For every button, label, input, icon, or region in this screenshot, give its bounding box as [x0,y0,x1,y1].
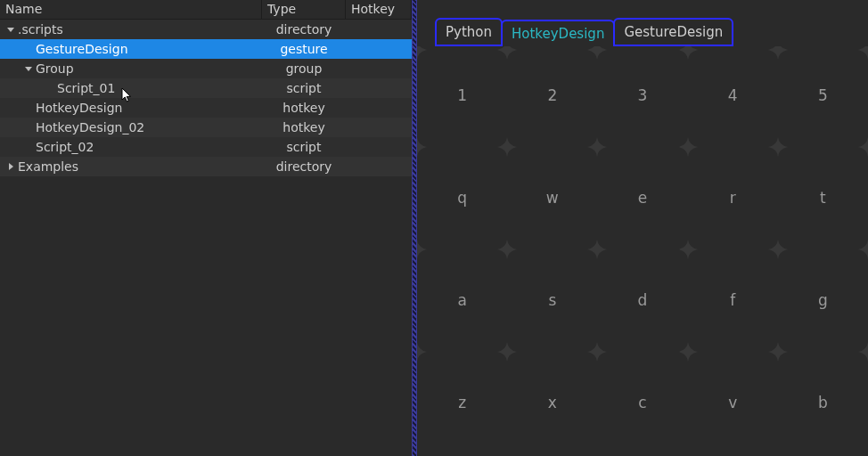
key-cell[interactable]: s [507,291,597,309]
sparkle-decor-icon [587,240,607,259]
sparkle-decor-icon [768,137,788,157]
key-cell[interactable]: z [417,394,507,411]
sparkle-decor-icon [678,342,698,362]
sparkle-decor-icon [417,137,427,157]
tree-row[interactable]: HotkeyDesignhotkey [0,98,412,118]
tree-panel: Name Type Hotkey .scriptsdirectoryGestur… [0,0,412,456]
sparkle-decor-icon [768,240,788,259]
key-cell[interactable]: f [688,291,778,309]
key-cell[interactable]: b [778,394,868,411]
tree-item-type: directory [262,159,346,174]
tree-item-name: .scripts [18,22,63,37]
key-cell[interactable]: c [597,394,687,411]
sparkle-decor-icon [587,137,607,157]
sparkle-decor-icon [678,240,698,259]
sparkle-decor-icon [768,46,788,60]
column-header-type[interactable]: Type [262,0,346,20]
tree-header: Name Type Hotkey [0,0,412,20]
key-cell[interactable]: r [688,189,778,207]
sparkle-decor-icon [768,342,788,362]
tree-body: .scriptsdirectoryGestureDesigngestureGro… [0,20,412,176]
disclosure-spacer [23,122,34,133]
tab-bar: PythonHotkeyDesignGestureDesign [417,0,868,46]
key-cell[interactable]: e [597,189,687,207]
key-cell[interactable]: 2 [507,86,597,104]
hotkey-grid-panel: PythonHotkeyDesignGestureDesign 12345qwe… [417,0,868,456]
tree-item-type: hotkey [262,101,346,115]
tree-item-type: group [262,61,346,76]
sparkle-decor-icon [497,240,517,259]
disclosure-triangle-open-icon[interactable] [5,24,16,35]
sparkle-decor-icon [497,137,517,157]
tree-row[interactable]: GestureDesigngesture [0,39,412,59]
tree-item-name: Examples [18,159,78,174]
disclosure-triangle-closed-icon[interactable] [5,161,16,172]
sparkle-decor-icon [858,46,868,60]
sparkle-decor-icon [417,240,427,259]
tree-item-type: directory [262,22,346,37]
tree-row[interactable]: Script_02script [0,137,412,157]
tab-python[interactable]: Python [435,18,503,46]
tree-item-type: hotkey [262,120,346,134]
disclosure-spacer [45,83,55,94]
tree-item-type: script [262,140,346,154]
tree-row[interactable]: Script_01script [0,78,412,98]
key-cell[interactable]: a [417,291,507,309]
sparkle-decor-icon [417,46,427,60]
key-grid: 12345qwertasdfgzxcvb [417,46,868,456]
sparkle-decor-icon [858,137,868,157]
key-cell[interactable]: 3 [597,86,687,104]
key-cell[interactable]: x [507,394,597,411]
key-cell[interactable]: q [417,189,507,207]
tree-row[interactable]: Groupgroup [0,59,412,78]
key-cell[interactable]: w [507,189,597,207]
tree-row[interactable]: Examplesdirectory [0,157,412,176]
sparkle-decor-icon [417,342,427,362]
disclosure-triangle-open-icon[interactable] [23,63,34,74]
tab-hotkeydesign[interactable]: HotkeyDesign [501,20,615,46]
key-cell[interactable]: 5 [778,86,868,104]
disclosure-spacer [23,142,34,152]
sparkle-decor-icon [497,46,517,60]
column-header-name[interactable]: Name [0,0,262,20]
sparkle-decor-icon [678,46,698,60]
key-cell[interactable]: 1 [417,86,507,104]
column-header-hotkey[interactable]: Hotkey [346,0,412,20]
tree-item-name: HotkeyDesign_02 [36,120,144,134]
tab-gesturedesign[interactable]: GestureDesign [613,18,733,46]
tree-item-name: Group [36,61,74,76]
key-cell[interactable]: t [778,189,868,207]
sparkle-decor-icon [587,46,607,60]
disclosure-spacer [23,44,34,54]
sparkle-decor-icon [858,342,868,362]
sparkle-decor-icon [678,137,698,157]
tree-item-name: GestureDesign [36,42,128,56]
disclosure-spacer [23,102,34,113]
sparkle-decor-icon [497,342,517,362]
key-cell[interactable]: g [778,291,868,309]
tree-item-name: Script_02 [36,140,94,154]
tree-item-name: HotkeyDesign [36,101,122,115]
tree-item-name: Script_01 [57,81,115,95]
key-cell[interactable]: d [597,291,687,309]
sparkle-decor-icon [858,240,868,259]
tree-row[interactable]: HotkeyDesign_02hotkey [0,118,412,137]
tree-row[interactable]: .scriptsdirectory [0,20,412,39]
tree-item-type: script [262,81,346,95]
tree-item-type: gesture [262,42,346,56]
sparkle-decor-icon [587,342,607,362]
key-cell[interactable]: v [688,394,778,411]
key-cell[interactable]: 4 [688,86,778,104]
